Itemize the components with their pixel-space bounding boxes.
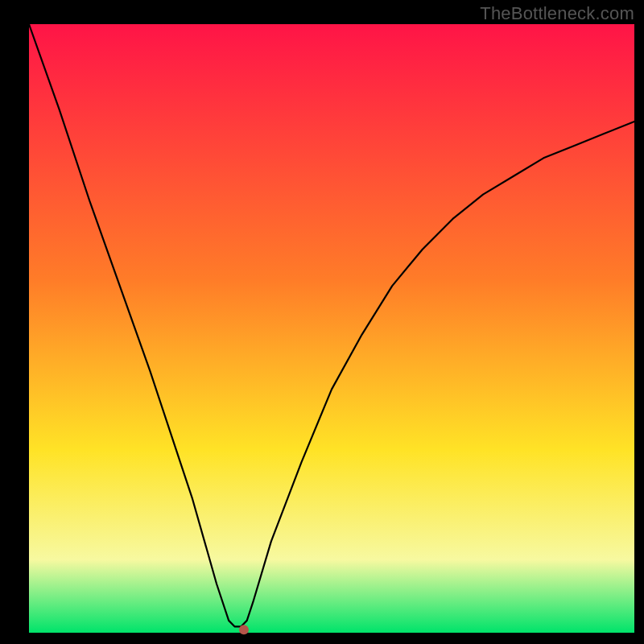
bottleneck-chart [0,0,644,644]
plot-background [29,24,634,633]
optimum-marker-icon [239,625,249,634]
chart-frame: TheBottleneck.com [0,0,644,644]
watermark-text: TheBottleneck.com [480,3,634,24]
